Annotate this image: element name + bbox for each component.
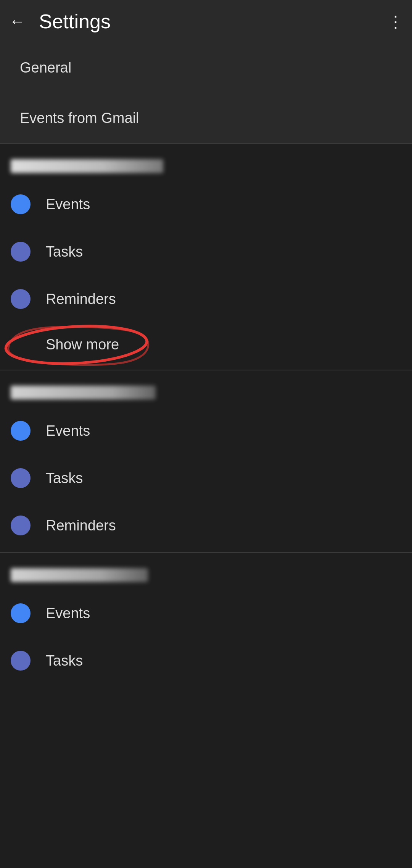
account1-reminders-item[interactable]: Reminders <box>0 275 412 323</box>
back-button[interactable]: ← <box>9 13 25 29</box>
events-label-2: Events <box>46 423 90 439</box>
account-header-2 <box>0 370 412 407</box>
tasks-label-3: Tasks <box>46 653 83 669</box>
general-menu-item[interactable]: General <box>9 43 403 93</box>
more-options-button[interactable]: ⋮ <box>388 12 403 31</box>
account3-events-item[interactable]: Events <box>0 590 412 637</box>
events-from-gmail-menu-item[interactable]: Events from Gmail <box>9 93 403 143</box>
tasks-dot-1 <box>11 242 31 262</box>
events-label-3: Events <box>46 605 90 622</box>
reminders-dot-1 <box>11 289 31 309</box>
account-email-2 <box>11 386 156 399</box>
events-dot-3 <box>11 603 31 623</box>
account-section-1: Events Tasks Reminders Show more <box>0 144 412 370</box>
tasks-dot-3 <box>11 651 31 671</box>
show-more-item-1[interactable]: Show more <box>0 323 412 367</box>
show-more-label-1: Show more <box>46 336 119 353</box>
tasks-label-1: Tasks <box>46 244 83 260</box>
account3-tasks-item[interactable]: Tasks <box>0 637 412 684</box>
account-section-3: Events Tasks <box>0 553 412 687</box>
events-dot-1 <box>11 194 31 214</box>
account1-events-item[interactable]: Events <box>0 181 412 228</box>
account-section-2: Events Tasks Reminders <box>0 370 412 552</box>
account-email-1 <box>11 159 163 173</box>
account-header-1 <box>0 144 412 181</box>
account2-events-item[interactable]: Events <box>0 407 412 454</box>
account-header-3 <box>0 553 412 590</box>
reminders-label-2: Reminders <box>46 517 116 534</box>
reminders-dot-2 <box>11 516 31 535</box>
tasks-label-2: Tasks <box>46 470 83 487</box>
events-dot-2 <box>11 421 31 441</box>
top-menu: General Events from Gmail <box>0 43 412 143</box>
reminders-label-1: Reminders <box>46 291 116 307</box>
header-left: ← Settings <box>9 10 111 33</box>
account2-reminders-item[interactable]: Reminders <box>0 502 412 549</box>
account-email-3 <box>11 568 148 582</box>
tasks-dot-2 <box>11 468 31 488</box>
account1-tasks-item[interactable]: Tasks <box>0 228 412 275</box>
page-title: Settings <box>39 10 111 33</box>
events-label-1: Events <box>46 196 90 213</box>
app-header: ← Settings ⋮ <box>0 0 412 43</box>
account2-tasks-item[interactable]: Tasks <box>0 454 412 502</box>
